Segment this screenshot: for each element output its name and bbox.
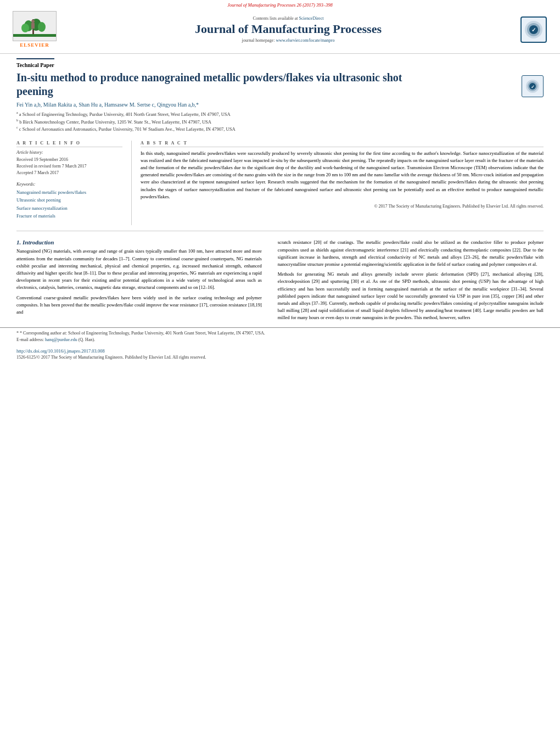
keywords-section: Keywords: Nanograined metallic powders/f… bbox=[16, 182, 122, 220]
svg-text:✓: ✓ bbox=[531, 85, 535, 90]
journal-main-header: ELSEVIER Contents lists available at Sci… bbox=[0, 9, 560, 50]
email-label-text: E-mail address: bbox=[16, 337, 44, 342]
homepage-label: journal homepage: bbox=[242, 38, 275, 43]
history-label: Article history: bbox=[16, 150, 122, 155]
affiliation-c: c c School of Aeronautics and Astronauti… bbox=[16, 125, 544, 133]
body-right: scratch resistance [20] of the coatings.… bbox=[270, 239, 544, 324]
elsevier-logo-image bbox=[13, 11, 57, 41]
svg-point-6 bbox=[31, 20, 35, 23]
science-direct-link[interactable]: ScienceDirect bbox=[299, 16, 324, 21]
affiliation-a-text: a School of Engineering Technology, Purd… bbox=[19, 111, 231, 117]
footnote-section: * * Corresponding author at: School of E… bbox=[0, 327, 560, 345]
affiliation-b: b b Birck Nanotechnology Center, Purdue … bbox=[16, 118, 544, 126]
page: Journal of Manufacturing Processes 26 (2… bbox=[0, 0, 560, 742]
article-section: Technical Paper In-situ method to produc… bbox=[0, 54, 560, 133]
abstract-paragraph: In this study, nanograined metallic powd… bbox=[141, 150, 544, 200]
contents-line: Contents lists available at ScienceDirec… bbox=[65, 16, 512, 21]
authors: Fei Yin a,b, Milan Rakita a, Shan Hu a, … bbox=[16, 102, 544, 108]
homepage-url[interactable]: www.elsevier.com/locate/manpro bbox=[276, 38, 334, 43]
copyright-line: © 2017 The Society of Manufacturing Engi… bbox=[141, 203, 544, 210]
crossmark-small[interactable]: ✓ bbox=[522, 75, 544, 97]
elsevier-logo: ELSEVIER bbox=[10, 11, 59, 48]
crossmark-image[interactable]: ✓ bbox=[520, 16, 547, 43]
keyword-2[interactable]: Ultrasonic shot peening bbox=[16, 196, 122, 204]
abstract-column: A B S T R A C T In this study, nanograin… bbox=[132, 141, 544, 226]
author-affiliations: a a School of Engineering Technology, Pu… bbox=[16, 110, 544, 133]
right-paragraph-2: Methods for generating NG metals and all… bbox=[278, 271, 544, 321]
svg-rect-0 bbox=[13, 34, 56, 37]
title-and-crossmark: In-situ method to produce nanograined me… bbox=[16, 71, 544, 102]
article-type: Technical Paper bbox=[16, 58, 54, 68]
article-info-section: A R T I C L E I N F O Article history: R… bbox=[16, 141, 122, 176]
doi-section: http://dx.doi.org/10.1016/j.jmapro.2017.… bbox=[0, 345, 560, 355]
body-text-right: scratch resistance [20] of the coatings.… bbox=[278, 239, 544, 321]
abstract-header: A B S T R A C T bbox=[141, 141, 544, 147]
svg-point-5 bbox=[21, 24, 29, 32]
journal-name: Journal of Manufacturing Processes bbox=[65, 22, 512, 36]
body-content: 1. Introduction Nanograined (NG) materia… bbox=[0, 237, 560, 324]
keywords-header: Keywords: bbox=[16, 182, 122, 187]
received-date: Received 19 September 2016 bbox=[16, 157, 122, 163]
journal-homepage: journal homepage: www.elsevier.com/locat… bbox=[65, 38, 512, 43]
keyword-1[interactable]: Nanograined metallic powders/flakes bbox=[16, 188, 122, 196]
affiliation-a: a a School of Engineering Technology, Pu… bbox=[16, 110, 544, 118]
divider bbox=[16, 231, 544, 231]
keyword-list: Nanograined metallic powders/flakes Ultr… bbox=[16, 188, 122, 220]
accepted-date: Accepted 7 March 2017 bbox=[16, 170, 122, 176]
article-info-abstract: A R T I C L E I N F O Article history: R… bbox=[0, 137, 560, 226]
doi-link[interactable]: http://dx.doi.org/10.1016/j.jmapro.2017.… bbox=[16, 348, 105, 354]
email-name-text: (Q. Han). bbox=[79, 337, 95, 342]
section-number: 1. bbox=[16, 239, 21, 246]
intro-paragraph-2: Conventional coarse-grained metallic pow… bbox=[16, 294, 262, 316]
affiliation-b-text: b Birck Nanotechnology Center, Purdue Un… bbox=[19, 119, 211, 124]
footnote-email-line: E-mail address: hanq@purdue.edu (Q. Han)… bbox=[16, 337, 544, 343]
journal-bar-text: Journal of Manufacturing Processes 26 (2… bbox=[227, 2, 332, 8]
footnote-corresponding: * * Corresponding author at: School of E… bbox=[16, 330, 544, 337]
svg-text:✓: ✓ bbox=[531, 27, 536, 33]
article-info-column: A R T I C L E I N F O Article history: R… bbox=[16, 141, 132, 226]
elsevier-label: ELSEVIER bbox=[20, 42, 49, 48]
abstract-text: In this study, nanograined metallic powd… bbox=[141, 150, 544, 210]
section-title: 1. Introduction bbox=[16, 239, 262, 246]
intro-paragraph-1: Nanograined (NG) materials, with average… bbox=[16, 248, 262, 291]
revised-date: Received in revised form 7 March 2017 bbox=[16, 163, 122, 170]
footnote-email-link[interactable]: hanq@purdue.edu bbox=[45, 337, 77, 342]
svg-point-4 bbox=[38, 22, 46, 32]
right-paragraph-1: scratch resistance [20] of the coatings.… bbox=[278, 239, 544, 268]
body-left: 1. Introduction Nanograined (NG) materia… bbox=[16, 239, 270, 324]
section-name: Introduction bbox=[23, 239, 54, 246]
article-title: In-situ method to produce nanograined me… bbox=[16, 71, 428, 98]
journal-header: Journal of Manufacturing Processes 26 (2… bbox=[0, 0, 560, 54]
keyword-4[interactable]: Fracture of materials bbox=[16, 212, 122, 220]
article-info-header: A R T I C L E I N F O bbox=[16, 141, 122, 147]
issn-line: 1526-6125/© 2017 The Society of Manufact… bbox=[0, 355, 560, 363]
affiliation-c-text: c School of Aeronautics and Astronautics… bbox=[19, 126, 236, 132]
journal-bar: Journal of Manufacturing Processes 26 (2… bbox=[0, 0, 560, 9]
keyword-3[interactable]: Surface nanocrystallization bbox=[16, 204, 122, 212]
journal-title-center: Contents lists available at ScienceDirec… bbox=[59, 16, 517, 43]
contents-text: Contents lists available at bbox=[253, 16, 298, 21]
svg-rect-7 bbox=[31, 23, 35, 29]
body-text-left: Nanograined (NG) materials, with average… bbox=[16, 248, 262, 316]
crossmark-logo[interactable]: ✓ bbox=[517, 14, 550, 44]
footnote-text: * Corresponding author at: School of Eng… bbox=[20, 331, 265, 336]
